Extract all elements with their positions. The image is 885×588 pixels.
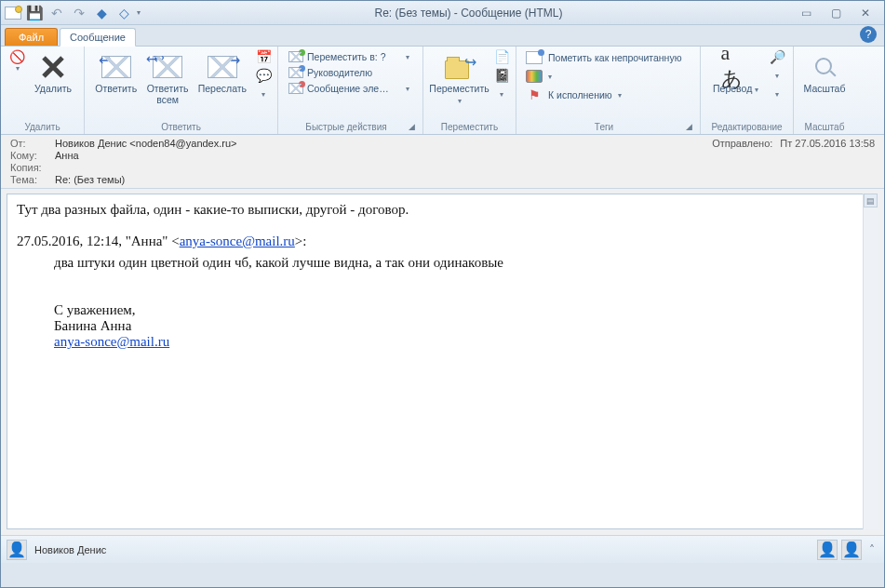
meeting-icon[interactable]: 📅 bbox=[255, 49, 272, 64]
categorize-button[interactable]: ▾ bbox=[522, 68, 556, 85]
subject-label: Тема: bbox=[10, 174, 55, 185]
reply-button[interactable]: Ответить bbox=[90, 49, 141, 98]
tab-file[interactable]: Файл bbox=[5, 28, 58, 46]
mark-unread-button[interactable]: Пометить как непрочитанную bbox=[522, 49, 686, 66]
message-body[interactable]: Тут два разных файла, один - какие-то вы… bbox=[7, 194, 878, 529]
next-item-icon[interactable]: ◇ bbox=[114, 4, 133, 22]
window-title: Re: (Без темы) - Сообщение (HTML) bbox=[141, 7, 797, 20]
group-respond-title: Ответить bbox=[90, 120, 272, 132]
expand-people-pane[interactable]: ˄ bbox=[865, 543, 878, 556]
rules-icon[interactable]: 📄 bbox=[493, 49, 510, 64]
cc-value bbox=[55, 162, 875, 173]
quote-line: два штуки один цветной один чб, какой лу… bbox=[54, 255, 868, 271]
app-mail-icon[interactable] bbox=[5, 7, 21, 20]
prev-item-icon[interactable]: ◆ bbox=[92, 4, 111, 22]
im-icon[interactable]: 💬 bbox=[255, 68, 272, 83]
signature-email-link[interactable]: anya-sonce@mail.ru bbox=[54, 334, 169, 349]
tags-launcher[interactable]: ◢ bbox=[686, 122, 692, 131]
from-label: От: bbox=[10, 138, 55, 149]
from-value: Новиков Денис <noden84@yandex.ru> bbox=[55, 138, 712, 149]
signature-name: Банина Анна bbox=[54, 318, 868, 334]
related-icon[interactable]: ▾ bbox=[769, 68, 785, 83]
body-line: Тут два разных файла, один - какие-то вы… bbox=[17, 202, 868, 218]
group-tags-title: Теги◢ bbox=[522, 120, 694, 132]
message-header: От: Новиков Денис <noden84@yandex.ru> От… bbox=[1, 135, 884, 189]
group-edit-title: Редактирование bbox=[706, 120, 787, 132]
minimize-button[interactable]: ▭ bbox=[797, 6, 815, 20]
more-respond-icon[interactable]: ▾ bbox=[255, 87, 272, 101]
forward-button[interactable]: Переслать bbox=[194, 49, 251, 98]
zoom-button[interactable]: Масштаб bbox=[799, 49, 850, 98]
qa-move-to[interactable]: Переместить в: ?▾ bbox=[284, 49, 414, 64]
signature-line: С уважением, bbox=[54, 302, 868, 318]
people-pane: 👤 Новиков Денис 👤 👤 ˄ bbox=[1, 535, 884, 563]
quick-access-toolbar: 💾 ↶ ↶ ◆ ◇ ▾ bbox=[5, 4, 141, 22]
group-move-title: Переместить bbox=[429, 120, 510, 132]
ignore-button[interactable]: 🚫 ▾ bbox=[8, 49, 26, 73]
save-icon[interactable]: 💾 bbox=[25, 4, 44, 22]
avatar-small-icon[interactable]: 👤 bbox=[817, 540, 838, 560]
sent-label: Отправлено: bbox=[712, 138, 780, 149]
to-label: Кому: bbox=[10, 150, 55, 161]
tab-message[interactable]: Сообщение bbox=[60, 28, 136, 47]
cc-label: Копия: bbox=[10, 162, 55, 173]
scrollbar[interactable]: ▤ bbox=[863, 194, 878, 529]
message-body-wrap: Тут два разных файла, один - какие-то вы… bbox=[1, 189, 884, 535]
ribbon-tabs: Файл Сообщение ? bbox=[1, 25, 884, 47]
qa-launcher[interactable]: ◢ bbox=[409, 122, 415, 131]
close-button[interactable]: ✕ bbox=[856, 6, 875, 20]
actions-icon[interactable]: ▾ bbox=[493, 87, 510, 101]
qa-team-email[interactable]: Сообщение эле…▾ bbox=[284, 81, 414, 96]
help-icon[interactable]: ? bbox=[860, 26, 877, 43]
undo-icon[interactable]: ↶ bbox=[47, 4, 66, 22]
onenote-icon[interactable]: 📓 bbox=[493, 68, 510, 83]
qa-to-manager[interactable]: Руководителю bbox=[284, 65, 414, 80]
move-button[interactable]: ↪ Переместить ▾ bbox=[429, 49, 489, 108]
subject-value: Re: (Без темы) bbox=[55, 174, 875, 185]
followup-button[interactable]: ⚑К исполнению ▾ bbox=[522, 87, 625, 103]
maximize-button[interactable]: ▢ bbox=[826, 6, 845, 20]
avatar-small-icon-2[interactable]: 👤 bbox=[841, 540, 862, 560]
title-bar: 💾 ↶ ↶ ◆ ◇ ▾ Re: (Без темы) - Сообщение (… bbox=[1, 1, 884, 25]
to-value: Анна bbox=[55, 150, 875, 161]
redo-icon[interactable]: ↶ bbox=[70, 4, 88, 22]
reply-all-button[interactable]: Ответить всем bbox=[141, 49, 193, 108]
group-zoom-title: Масштаб bbox=[799, 120, 850, 132]
select-icon[interactable]: ▾ bbox=[769, 87, 785, 101]
translate-button[interactable]: aあ Перевод ▾ bbox=[706, 49, 765, 98]
delete-button[interactable]: Удалить bbox=[28, 49, 78, 98]
group-delete-title: Удалить bbox=[7, 120, 78, 132]
sent-value: Пт 27.05.2016 13:58 bbox=[780, 138, 875, 149]
avatar-icon[interactable]: 👤 bbox=[7, 540, 27, 560]
group-qa-title: Быстрые действия◢ bbox=[284, 120, 417, 132]
scroll-top-icon[interactable]: ▤ bbox=[864, 194, 878, 207]
quoted-email-link[interactable]: anya-sonce@mail.ru bbox=[180, 234, 295, 248]
quote-header: 27.05.2016, 12:14, "Анна" <anya-sonce@ma… bbox=[17, 234, 868, 249]
ribbon: 🚫 ▾ Удалить Удалить Ответить Ответить вс… bbox=[1, 47, 884, 135]
contact-name: Новиков Денис bbox=[34, 544, 810, 555]
find-icon[interactable]: 🔎 bbox=[769, 49, 785, 64]
